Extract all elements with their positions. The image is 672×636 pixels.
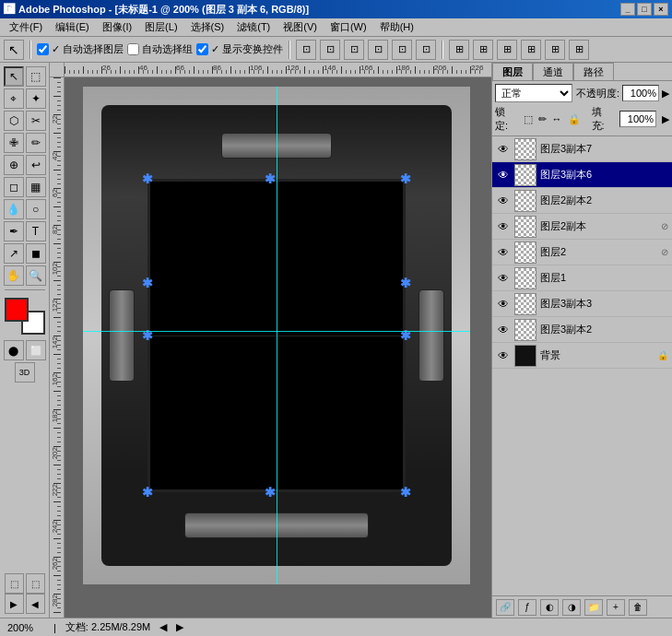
dist-left-button[interactable]: ⊞ <box>569 40 589 60</box>
opacity-arrow[interactable]: ▶ <box>662 88 669 100</box>
lasso-tool[interactable]: ⌖ <box>4 88 24 109</box>
tab-paths[interactable]: 路径 <box>573 63 614 80</box>
new-layer-button[interactable]: + <box>607 599 625 616</box>
align-top-button[interactable]: ⊡ <box>368 40 388 60</box>
layer-eye-1[interactable]: 👁 <box>496 142 511 157</box>
handle-br[interactable]: ✱ <box>399 486 412 499</box>
quick-mask-btn[interactable]: ⬤ <box>4 340 24 360</box>
layer-eye-4[interactable]: 👁 <box>496 219 511 234</box>
align-middle-button[interactable]: ⊡ <box>392 40 412 60</box>
titlebar-controls[interactable]: _ □ × <box>620 3 668 16</box>
layer-style-button[interactable]: ƒ <box>518 599 536 616</box>
auto-select-layer-input[interactable] <box>37 43 49 55</box>
align-right-button[interactable]: ⊡ <box>344 40 364 60</box>
history-tool[interactable]: ↩ <box>26 155 46 175</box>
dist-center-button[interactable]: ⊞ <box>497 40 517 60</box>
align-left-button[interactable]: ⊡ <box>296 40 316 60</box>
handle-tr[interactable]: ✱ <box>399 172 412 185</box>
fill-arrow[interactable]: ▶ <box>662 113 669 125</box>
layer-eye-9[interactable]: 👁 <box>496 348 511 363</box>
canvas-content[interactable]: ✱ ✱ ✱ ✱ ✱ ✱ ✱ ✱ ✱ <box>65 77 491 618</box>
brush-tool[interactable]: ✏ <box>26 133 46 153</box>
handle-bm[interactable]: ✱ <box>264 486 277 499</box>
layer-eye-5[interactable]: 👁 <box>496 245 511 260</box>
dist-v-button[interactable]: ⊞ <box>473 40 493 60</box>
layer-item-4[interactable]: 👁 图层2副本 ⊘ <box>492 214 672 240</box>
minimize-button[interactable]: _ <box>620 3 635 16</box>
gradient-tool[interactable]: ▦ <box>26 177 46 197</box>
layers-list[interactable]: 👁 图层3副本7 👁 图层3副本6 👁 图层2副本2 👁 图层2副本 ⊘ <box>492 136 672 595</box>
path-select-tool[interactable]: ↗ <box>4 243 24 264</box>
layer-item-7[interactable]: 👁 图层3副本3 <box>492 291 672 317</box>
handle-ml[interactable]: ✱ <box>141 277 154 289</box>
align-center-button[interactable]: ⊡ <box>320 40 340 60</box>
menu-layer[interactable]: 图层(L) <box>139 18 183 36</box>
dist-h-button[interactable]: ⊞ <box>449 40 469 60</box>
view-3d-btn[interactable]: 3D <box>15 362 35 383</box>
delete-layer-button[interactable]: 🗑 <box>629 599 647 616</box>
layer-item-6[interactable]: 👁 图层1 <box>492 265 672 291</box>
lock-pixel-icon[interactable]: ✏ <box>538 113 547 125</box>
layer-item-1[interactable]: 👁 图层3副本7 <box>492 136 672 162</box>
dist-top-button[interactable]: ⊞ <box>521 40 541 60</box>
lock-position-icon[interactable]: ↔ <box>552 113 562 124</box>
magic-wand-tool[interactable]: ✦ <box>26 88 46 109</box>
layer-item-5[interactable]: 👁 图层2 ⊘ <box>492 240 672 265</box>
layer-item-2[interactable]: 👁 图层3副本6 <box>492 162 672 188</box>
lock-transparent-icon[interactable]: ⬚ <box>524 113 533 125</box>
menu-file[interactable]: 文件(F) <box>4 18 48 36</box>
layer-item-9[interactable]: 👁 背景 🔒 <box>492 343 672 369</box>
close-button[interactable]: × <box>654 3 668 16</box>
menu-select[interactable]: 选择(S) <box>185 18 230 36</box>
blur-tool[interactable]: 💧 <box>4 199 24 219</box>
move-tool-button[interactable]: ↖ <box>4 40 24 60</box>
extra-btn2[interactable]: ⬚ <box>26 573 45 594</box>
extra-btn4[interactable]: ◀ <box>26 594 45 614</box>
pen-tool[interactable]: ✒ <box>4 221 24 241</box>
menu-edit[interactable]: 编辑(E) <box>50 18 95 36</box>
mask-button[interactable]: ◐ <box>540 599 559 616</box>
tab-channels[interactable]: 通道 <box>533 63 573 80</box>
link-layers-button[interactable]: 🔗 <box>496 599 514 616</box>
menu-filter[interactable]: 滤镜(T) <box>231 18 276 36</box>
menu-image[interactable]: 图像(I) <box>97 18 137 36</box>
prev-btn[interactable]: ◀ <box>159 621 167 633</box>
tab-layers[interactable]: 图层 <box>492 63 533 80</box>
slice-tool[interactable]: ✂ <box>26 111 46 131</box>
handle-tl[interactable]: ✱ <box>141 172 154 185</box>
handle-bl[interactable]: ✱ <box>141 486 154 499</box>
auto-select-group-input[interactable] <box>127 43 139 55</box>
layer-eye-3[interactable]: 👁 <box>496 194 511 208</box>
handle-mr[interactable]: ✱ <box>399 277 412 289</box>
type-tool[interactable]: T <box>26 221 46 241</box>
layer-eye-2[interactable]: 👁 <box>496 168 511 183</box>
menu-window[interactable]: 窗口(W) <box>324 18 372 36</box>
foreground-color-box[interactable] <box>5 298 29 322</box>
blend-mode-select[interactable]: 正常 溶解 正片叠底 滤色 叠加 <box>495 84 572 102</box>
layer-eye-7[interactable]: 👁 <box>496 297 511 312</box>
extra-btn3[interactable]: ▶ <box>5 594 24 614</box>
layer-item-8[interactable]: 👁 图层3副本2 <box>492 317 672 343</box>
maximize-button[interactable]: □ <box>637 3 652 16</box>
layer-item-3[interactable]: 👁 图层2副本2 <box>492 188 672 214</box>
auto-select-group-checkbox[interactable]: 自动选择组 <box>127 42 193 56</box>
handle-tm[interactable]: ✱ <box>264 172 277 185</box>
dodge-tool[interactable]: ○ <box>26 199 46 219</box>
dist-right-button[interactable]: ⊞ <box>545 40 565 60</box>
next-btn[interactable]: ▶ <box>176 621 183 633</box>
zoom-tool[interactable]: 🔍 <box>26 265 46 286</box>
opacity-input[interactable] <box>622 85 659 101</box>
align-bottom-button[interactable]: ⊡ <box>416 40 436 60</box>
adjustment-button[interactable]: ◑ <box>562 599 581 616</box>
fill-input[interactable] <box>619 111 656 127</box>
extra-btn1[interactable]: ⬚ <box>5 573 24 594</box>
shape-tool[interactable]: ◼ <box>26 243 46 264</box>
canvas-area[interactable]: 26466686106126146166186206226 2242628210… <box>50 63 491 618</box>
heal-tool[interactable]: ✙ <box>4 133 24 153</box>
layer-eye-6[interactable]: 👁 <box>496 271 511 286</box>
menu-view[interactable]: 视图(V) <box>277 18 323 36</box>
marquee-tool[interactable]: ⬚ <box>26 66 46 87</box>
menu-help[interactable]: 帮助(H) <box>374 18 419 36</box>
auto-select-layer-checkbox[interactable]: ✓ 自动选择图层 <box>37 42 124 56</box>
layer-eye-8[interactable]: 👁 <box>496 323 511 337</box>
